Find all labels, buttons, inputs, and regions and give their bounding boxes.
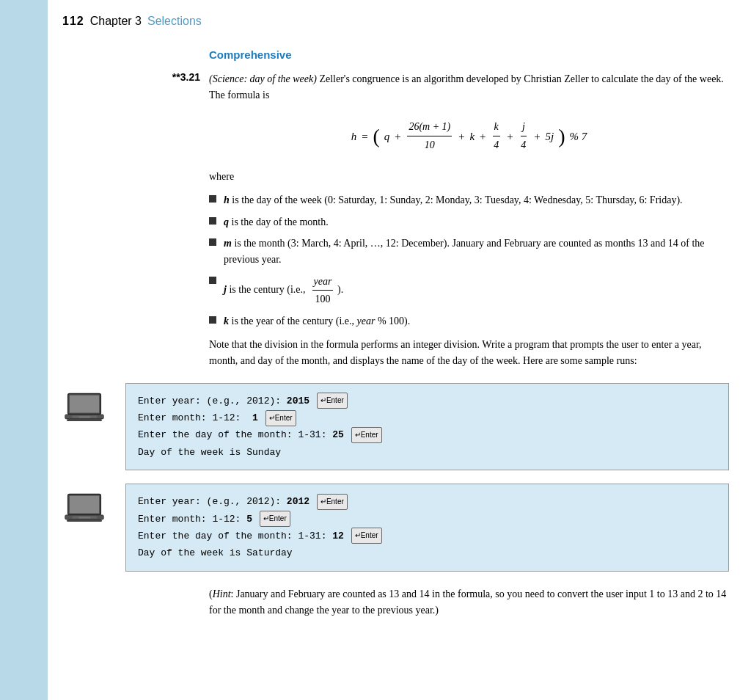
- laptop-icon-2: [62, 491, 114, 531]
- sample-run-1: Enter year: (e.g., 2012): 2015 ↵Enter En…: [62, 383, 729, 471]
- run-line-1-2: Enter month: 1-12: 1 ↵Enter: [138, 409, 717, 426]
- svg-rect-4: [79, 416, 91, 418]
- frac-26m1-10: 26(m + 1) 10: [407, 119, 452, 154]
- bullet-square: [209, 217, 216, 225]
- bullet-j: j is the century (i.e., year 100 ).: [209, 274, 729, 307]
- page-header: 112 Chapter 3 Selections: [62, 15, 729, 28]
- svg-rect-1: [70, 395, 100, 412]
- formula-math: h = ( q + 26(m + 1) 10 + k + k 4: [351, 119, 587, 154]
- frac-year-100: year 100: [312, 274, 334, 307]
- run-line-1-4: Day of the week is Sunday: [138, 444, 717, 461]
- laptop-svg-2: [62, 491, 106, 528]
- problem-paragraph: Note that the division in the formula pe…: [209, 337, 729, 370]
- problem-block: **3.21 (Science: day of the week) Zeller…: [62, 71, 729, 370]
- enter-badge: ↵Enter: [317, 393, 348, 409]
- left-sidebar: [0, 0, 48, 700]
- main-content: 112 Chapter 3 Selections Comprehensive *…: [48, 0, 751, 700]
- run-line-2-2: Enter month: 1-12: 5 ↵Enter: [138, 511, 717, 528]
- page-number: 112: [62, 15, 84, 28]
- svg-rect-5: [67, 418, 102, 420]
- svg-rect-11: [67, 519, 102, 522]
- svg-rect-10: [79, 517, 91, 518]
- enter-badge: ↵Enter: [260, 511, 290, 527]
- laptop-icon-1: [62, 390, 114, 430]
- run-box-1: Enter year: (e.g., 2012): 2015 ↵Enter En…: [125, 383, 729, 471]
- run-line-2-4: Day of the week is Saturday: [138, 544, 717, 561]
- run-box-2: Enter year: (e.g., 2012): 2012 ↵Enter En…: [125, 484, 729, 572]
- science-label: (Science: day of the week): [209, 73, 317, 84]
- problem-content: (Science: day of the week) Zeller's cong…: [209, 71, 729, 370]
- open-paren: (: [373, 126, 379, 147]
- close-paren: ): [558, 126, 565, 147]
- bullet-m: m is the month (3: March, 4: April, …, 1…: [209, 236, 729, 267]
- formula-area: h = ( q + 26(m + 1) 10 + k + k 4: [209, 119, 729, 154]
- bullet-k: k is the year of the century (i.e., year…: [209, 313, 729, 329]
- run-line-1-3: Enter the day of the month: 1-31: 25 ↵En…: [138, 426, 717, 443]
- hint-text: (Hint: January and February are counted …: [209, 586, 729, 619]
- laptop-svg-1: [62, 390, 106, 427]
- bullet-square: [209, 277, 216, 284]
- bullet-q: q is the day of the month.: [209, 214, 729, 230]
- bullet-square: [209, 316, 216, 324]
- sample-run-2: Enter year: (e.g., 2012): 2012 ↵Enter En…: [62, 484, 729, 572]
- enter-badge: ↵Enter: [317, 494, 348, 510]
- section-heading: Comprehensive: [209, 48, 729, 61]
- enter-badge: ↵Enter: [351, 528, 382, 544]
- run-line-1-1: Enter year: (e.g., 2012): 2015 ↵Enter: [138, 393, 717, 409]
- svg-rect-7: [70, 496, 100, 514]
- problem-number: **3.21: [62, 71, 209, 370]
- run-line-2-1: Enter year: (e.g., 2012): 2012 ↵Enter: [138, 493, 717, 510]
- bullet-square: [209, 195, 216, 203]
- frac-k-4: k 4: [492, 119, 500, 154]
- enter-badge: ↵Enter: [351, 427, 382, 443]
- enter-badge: ↵Enter: [265, 410, 296, 426]
- where-label: where: [209, 169, 729, 185]
- chapter-label: Chapter 3: [90, 15, 142, 28]
- run-line-2-3: Enter the day of the month: 1-31: 12 ↵En…: [138, 528, 717, 544]
- bullet-square: [209, 238, 216, 246]
- frac-j-4: j 4: [519, 119, 527, 154]
- hint-block: (Hint: January and February are counted …: [209, 586, 729, 619]
- selections-label: Selections: [147, 15, 202, 28]
- bullet-list: h is the day of the week (0: Saturday, 1…: [209, 192, 729, 329]
- bullet-h: h is the day of the week (0: Saturday, 1…: [209, 192, 729, 208]
